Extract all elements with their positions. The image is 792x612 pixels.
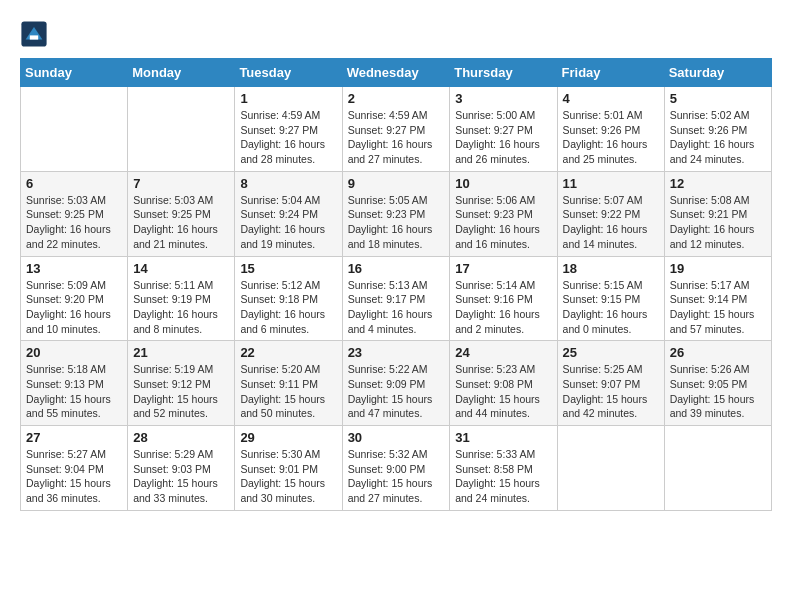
- calendar-day-cell: [664, 426, 771, 511]
- sunset-text: Sunset: 9:11 PM: [240, 377, 336, 392]
- calendar-day-cell: 6Sunrise: 5:03 AMSunset: 9:25 PMDaylight…: [21, 171, 128, 256]
- sunset-text: Sunset: 9:22 PM: [563, 207, 659, 222]
- daylight-text: Daylight: 15 hours and 55 minutes.: [26, 392, 122, 421]
- daylight-text: Daylight: 16 hours and 14 minutes.: [563, 222, 659, 251]
- daylight-text: Daylight: 16 hours and 26 minutes.: [455, 137, 551, 166]
- sunset-text: Sunset: 9:25 PM: [26, 207, 122, 222]
- day-number: 5: [670, 91, 766, 106]
- sunrise-text: Sunrise: 4:59 AM: [240, 108, 336, 123]
- day-number: 20: [26, 345, 122, 360]
- sunrise-text: Sunrise: 5:13 AM: [348, 278, 445, 293]
- daylight-text: Daylight: 16 hours and 6 minutes.: [240, 307, 336, 336]
- day-number: 24: [455, 345, 551, 360]
- daylight-text: Daylight: 16 hours and 19 minutes.: [240, 222, 336, 251]
- calendar-day-cell: [21, 87, 128, 172]
- calendar-day-cell: 14Sunrise: 5:11 AMSunset: 9:19 PMDayligh…: [128, 256, 235, 341]
- sunrise-text: Sunrise: 5:23 AM: [455, 362, 551, 377]
- sunset-text: Sunset: 9:25 PM: [133, 207, 229, 222]
- sunset-text: Sunset: 9:20 PM: [26, 292, 122, 307]
- sunset-text: Sunset: 9:16 PM: [455, 292, 551, 307]
- calendar-day-cell: 11Sunrise: 5:07 AMSunset: 9:22 PMDayligh…: [557, 171, 664, 256]
- day-number: 17: [455, 261, 551, 276]
- sunset-text: Sunset: 9:09 PM: [348, 377, 445, 392]
- calendar-week-row: 13Sunrise: 5:09 AMSunset: 9:20 PMDayligh…: [21, 256, 772, 341]
- day-info: Sunrise: 5:12 AMSunset: 9:18 PMDaylight:…: [240, 278, 336, 337]
- calendar-day-cell: 28Sunrise: 5:29 AMSunset: 9:03 PMDayligh…: [128, 426, 235, 511]
- calendar-day-cell: 29Sunrise: 5:30 AMSunset: 9:01 PMDayligh…: [235, 426, 342, 511]
- day-number: 13: [26, 261, 122, 276]
- sunset-text: Sunset: 9:19 PM: [133, 292, 229, 307]
- calendar-day-cell: 10Sunrise: 5:06 AMSunset: 9:23 PMDayligh…: [450, 171, 557, 256]
- day-number: 1: [240, 91, 336, 106]
- sunset-text: Sunset: 9:27 PM: [348, 123, 445, 138]
- sunrise-text: Sunrise: 5:06 AM: [455, 193, 551, 208]
- calendar-week-row: 6Sunrise: 5:03 AMSunset: 9:25 PMDaylight…: [21, 171, 772, 256]
- day-info: Sunrise: 5:03 AMSunset: 9:25 PMDaylight:…: [133, 193, 229, 252]
- sunrise-text: Sunrise: 5:26 AM: [670, 362, 766, 377]
- daylight-text: Daylight: 16 hours and 18 minutes.: [348, 222, 445, 251]
- day-info: Sunrise: 5:08 AMSunset: 9:21 PMDaylight:…: [670, 193, 766, 252]
- day-of-week-header: Thursday: [450, 59, 557, 87]
- calendar-week-row: 27Sunrise: 5:27 AMSunset: 9:04 PMDayligh…: [21, 426, 772, 511]
- daylight-text: Daylight: 16 hours and 28 minutes.: [240, 137, 336, 166]
- day-number: 2: [348, 91, 445, 106]
- calendar-day-cell: 12Sunrise: 5:08 AMSunset: 9:21 PMDayligh…: [664, 171, 771, 256]
- calendar-day-cell: 4Sunrise: 5:01 AMSunset: 9:26 PMDaylight…: [557, 87, 664, 172]
- sunrise-text: Sunrise: 5:12 AM: [240, 278, 336, 293]
- calendar-week-row: 1Sunrise: 4:59 AMSunset: 9:27 PMDaylight…: [21, 87, 772, 172]
- daylight-text: Daylight: 16 hours and 8 minutes.: [133, 307, 229, 336]
- day-info: Sunrise: 5:27 AMSunset: 9:04 PMDaylight:…: [26, 447, 122, 506]
- sunset-text: Sunset: 9:12 PM: [133, 377, 229, 392]
- daylight-text: Daylight: 16 hours and 27 minutes.: [348, 137, 445, 166]
- calendar-day-cell: 22Sunrise: 5:20 AMSunset: 9:11 PMDayligh…: [235, 341, 342, 426]
- day-info: Sunrise: 4:59 AMSunset: 9:27 PMDaylight:…: [348, 108, 445, 167]
- day-info: Sunrise: 5:06 AMSunset: 9:23 PMDaylight:…: [455, 193, 551, 252]
- sunset-text: Sunset: 9:23 PM: [348, 207, 445, 222]
- calendar-day-cell: 25Sunrise: 5:25 AMSunset: 9:07 PMDayligh…: [557, 341, 664, 426]
- sunset-text: Sunset: 9:14 PM: [670, 292, 766, 307]
- daylight-text: Daylight: 15 hours and 30 minutes.: [240, 476, 336, 505]
- sunset-text: Sunset: 9:01 PM: [240, 462, 336, 477]
- daylight-text: Daylight: 15 hours and 57 minutes.: [670, 307, 766, 336]
- day-number: 23: [348, 345, 445, 360]
- sunrise-text: Sunrise: 5:18 AM: [26, 362, 122, 377]
- daylight-text: Daylight: 15 hours and 39 minutes.: [670, 392, 766, 421]
- day-of-week-header: Saturday: [664, 59, 771, 87]
- daylight-text: Daylight: 16 hours and 4 minutes.: [348, 307, 445, 336]
- sunrise-text: Sunrise: 5:08 AM: [670, 193, 766, 208]
- day-number: 7: [133, 176, 229, 191]
- daylight-text: Daylight: 16 hours and 25 minutes.: [563, 137, 659, 166]
- day-number: 11: [563, 176, 659, 191]
- day-info: Sunrise: 5:25 AMSunset: 9:07 PMDaylight:…: [563, 362, 659, 421]
- day-number: 22: [240, 345, 336, 360]
- sunrise-text: Sunrise: 5:22 AM: [348, 362, 445, 377]
- sunset-text: Sunset: 9:07 PM: [563, 377, 659, 392]
- calendar-day-cell: 26Sunrise: 5:26 AMSunset: 9:05 PMDayligh…: [664, 341, 771, 426]
- daylight-text: Daylight: 16 hours and 22 minutes.: [26, 222, 122, 251]
- calendar-week-row: 20Sunrise: 5:18 AMSunset: 9:13 PMDayligh…: [21, 341, 772, 426]
- day-info: Sunrise: 5:02 AMSunset: 9:26 PMDaylight:…: [670, 108, 766, 167]
- day-number: 8: [240, 176, 336, 191]
- sunset-text: Sunset: 9:15 PM: [563, 292, 659, 307]
- day-number: 12: [670, 176, 766, 191]
- day-number: 26: [670, 345, 766, 360]
- sunset-text: Sunset: 9:00 PM: [348, 462, 445, 477]
- day-number: 29: [240, 430, 336, 445]
- day-info: Sunrise: 5:01 AMSunset: 9:26 PMDaylight:…: [563, 108, 659, 167]
- day-info: Sunrise: 5:30 AMSunset: 9:01 PMDaylight:…: [240, 447, 336, 506]
- daylight-text: Daylight: 16 hours and 24 minutes.: [670, 137, 766, 166]
- daylight-text: Daylight: 15 hours and 44 minutes.: [455, 392, 551, 421]
- daylight-text: Daylight: 15 hours and 42 minutes.: [563, 392, 659, 421]
- day-info: Sunrise: 5:04 AMSunset: 9:24 PMDaylight:…: [240, 193, 336, 252]
- day-info: Sunrise: 5:09 AMSunset: 9:20 PMDaylight:…: [26, 278, 122, 337]
- calendar-day-cell: 23Sunrise: 5:22 AMSunset: 9:09 PMDayligh…: [342, 341, 450, 426]
- day-info: Sunrise: 5:22 AMSunset: 9:09 PMDaylight:…: [348, 362, 445, 421]
- sunrise-text: Sunrise: 5:27 AM: [26, 447, 122, 462]
- sunrise-text: Sunrise: 5:03 AM: [26, 193, 122, 208]
- day-info: Sunrise: 4:59 AMSunset: 9:27 PMDaylight:…: [240, 108, 336, 167]
- calendar-day-cell: 5Sunrise: 5:02 AMSunset: 9:26 PMDaylight…: [664, 87, 771, 172]
- day-number: 14: [133, 261, 229, 276]
- sunrise-text: Sunrise: 5:19 AM: [133, 362, 229, 377]
- logo-icon: [20, 20, 48, 48]
- sunset-text: Sunset: 9:13 PM: [26, 377, 122, 392]
